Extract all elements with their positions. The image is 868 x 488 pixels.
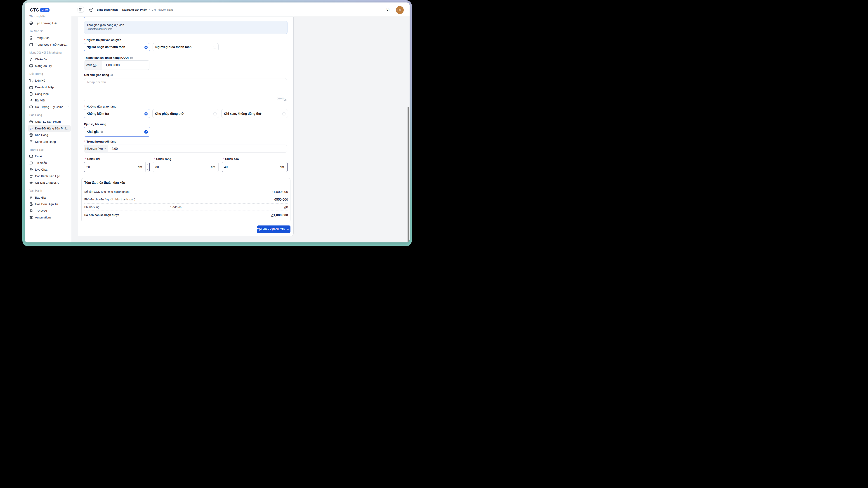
svg-text:AI: AI — [30, 210, 31, 211]
